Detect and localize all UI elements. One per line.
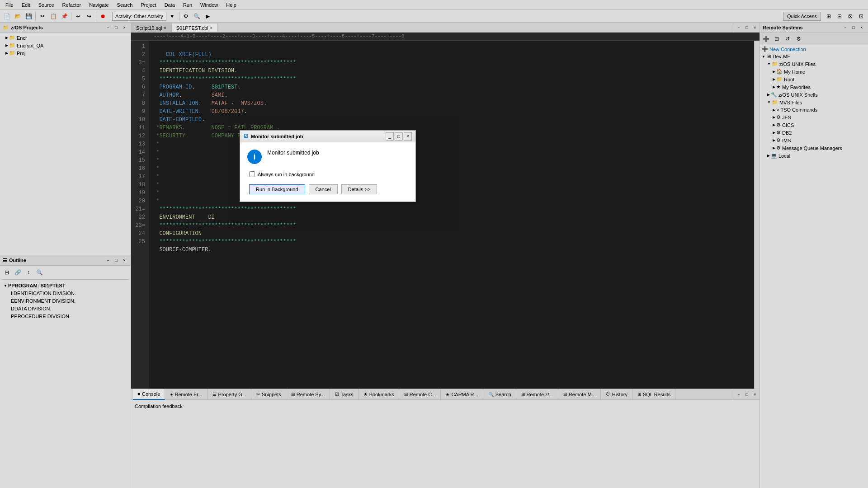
dialog-title-left: ☑ Monitor submitted job [244,133,303,139]
dialog-title-text: Monitor submitted job [251,134,303,139]
dialog-body: i Monitor submitted job Always run in ba… [240,142,415,202]
run-in-background-button[interactable]: Run in Background [249,184,305,194]
dialog-minimize[interactable]: _ [386,132,394,141]
dialog-info-icon: i [247,150,262,164]
dialog-buttons: Run in Background Cancel Details >> [247,184,408,194]
details-button[interactable]: Details >> [341,184,377,194]
dialog-icon-row: i Monitor submitted job [247,150,408,164]
dialog-title-controls: _ □ × [386,132,412,141]
dialog-overlay: ☑ Monitor submitted job _ □ × i Monitor … [0,0,868,488]
always-background-label[interactable]: Always run in background [258,172,315,177]
dialog-close[interactable]: × [404,132,412,141]
always-background-checkbox[interactable] [249,171,255,177]
dialog-title-checkbox[interactable]: ☑ [244,133,248,139]
info-icon: i [253,152,255,162]
dialog-title-bar: ☑ Monitor submitted job _ □ × [240,131,415,142]
dialog-checkbox-row: Always run in background [247,171,408,177]
monitor-dialog: ☑ Monitor submitted job _ □ × i Monitor … [240,130,416,202]
dialog-maximize[interactable]: □ [395,132,403,141]
cancel-button[interactable]: Cancel [309,184,338,194]
dialog-message: Monitor submitted job [267,150,319,156]
